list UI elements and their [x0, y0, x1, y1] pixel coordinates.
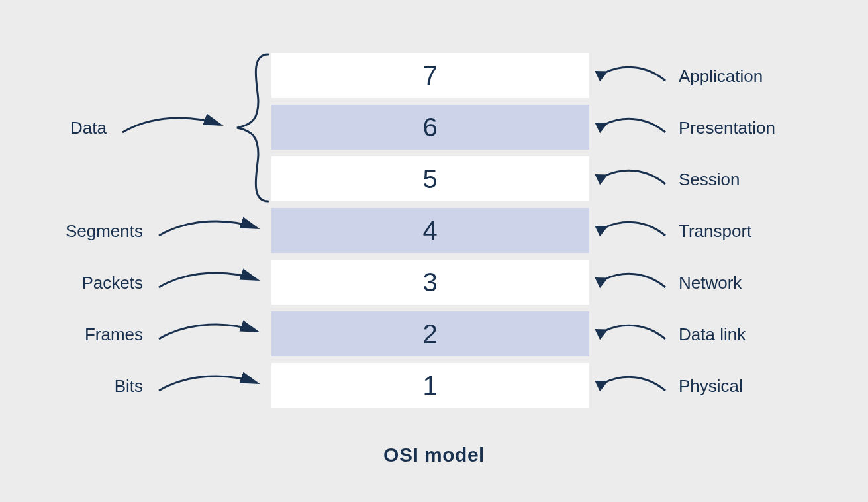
arrow-right-icon — [156, 371, 262, 397]
data-unit-label-bits: Bits — [115, 376, 143, 397]
arrow-right-icon — [156, 216, 262, 242]
data-unit-label-data: Data — [70, 118, 107, 138]
curly-brace-icon — [232, 52, 271, 204]
data-unit-label-packets: Packets — [82, 273, 144, 293]
arrow-left-icon — [599, 371, 672, 397]
layer-1: 1 — [271, 363, 589, 408]
layer-label-network: Network — [679, 273, 742, 293]
arrow-left-icon — [599, 164, 672, 191]
layer-label-data-link: Data link — [679, 325, 746, 345]
arrow-left-icon — [599, 268, 672, 294]
layer-6: 6 — [271, 105, 589, 150]
diagram-title: OSI model — [0, 444, 868, 466]
layer-2: 2 — [271, 311, 589, 356]
layer-4: 4 — [271, 208, 589, 253]
layer-stack: 7 6 5 4 3 2 1 — [271, 53, 589, 408]
layer-number: 2 — [422, 319, 438, 349]
layer-3: 3 — [271, 260, 589, 305]
layer-label-transport: Transport — [679, 221, 751, 242]
layer-7: 7 — [271, 53, 589, 98]
layer-label-session: Session — [679, 170, 740, 190]
layer-number: 4 — [422, 216, 438, 246]
arrow-left-icon — [599, 113, 672, 139]
arrow-left-icon — [599, 61, 672, 87]
layer-label-physical: Physical — [679, 376, 743, 397]
layer-number: 1 — [422, 371, 438, 401]
arrow-right-icon — [119, 113, 225, 139]
data-unit-label-segments: Segments — [66, 221, 143, 242]
layer-label-application: Application — [679, 66, 763, 87]
layer-number: 3 — [422, 268, 438, 297]
layer-number: 7 — [422, 61, 438, 91]
osi-diagram: 7 6 5 4 3 2 1 OSI model Application Pres… — [0, 0, 868, 502]
layer-5: 5 — [271, 156, 589, 201]
arrow-right-icon — [156, 319, 262, 346]
arrow-right-icon — [156, 268, 262, 294]
arrow-left-icon — [599, 216, 672, 242]
data-unit-label-frames: Frames — [85, 325, 143, 345]
arrow-left-icon — [599, 319, 672, 346]
layer-number: 6 — [422, 113, 438, 142]
layer-number: 5 — [422, 164, 438, 194]
layer-label-presentation: Presentation — [679, 118, 775, 138]
